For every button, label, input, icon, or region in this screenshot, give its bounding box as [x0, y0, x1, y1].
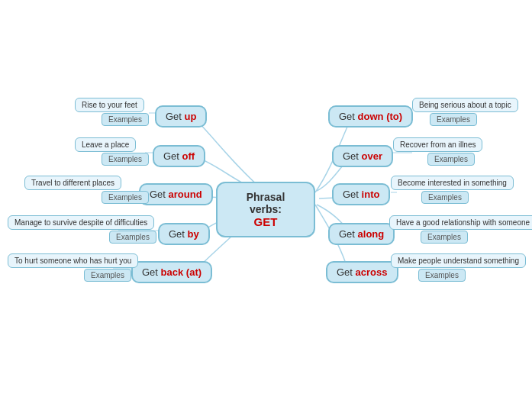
def-down: Being serious about a topic [412, 98, 518, 112]
verb-back: Get back (at) [131, 261, 212, 283]
examples-over[interactable]: Examples [427, 153, 475, 166]
examples-down[interactable]: Examples [430, 113, 477, 126]
def-into: Become interested in something [391, 176, 514, 190]
def-over: Recover from an illnes [393, 137, 482, 152]
examples-by[interactable]: Examples [109, 231, 156, 244]
def-by: Manage to survive despite of difficultie… [8, 215, 154, 230]
examples-around[interactable]: Examples [102, 191, 149, 204]
verb-off: Get off [153, 145, 205, 167]
def-around: Travel to different places [24, 176, 121, 190]
examples-into[interactable]: Examples [421, 191, 469, 204]
def-off: Leave a place [75, 137, 136, 152]
center-node: Phrasal verbs: GET [216, 182, 315, 237]
verb-across: Get across [326, 261, 398, 283]
examples-back[interactable]: Examples [84, 269, 131, 282]
verb-by: Get by [158, 223, 210, 245]
center-title: Phrasal verbs: [247, 191, 285, 215]
def-along: Have a good relationship with someone [389, 215, 532, 230]
verb-up: Get up [155, 105, 207, 127]
verb-along: Get along [328, 223, 395, 245]
examples-off[interactable]: Examples [102, 153, 149, 166]
def-back: To hurt someone who has hurt you [8, 253, 138, 268]
examples-along[interactable]: Examples [421, 231, 468, 244]
examples-across[interactable]: Examples [418, 269, 466, 282]
verb-down: Get down (to) [328, 105, 413, 127]
verb-over: Get over [332, 145, 393, 167]
examples-up[interactable]: Examples [102, 113, 149, 126]
verb-around: Get around [139, 183, 213, 205]
def-up: Rise to your feet [75, 98, 144, 112]
verb-into: Get into [332, 183, 390, 205]
def-across: Make people understand something [391, 253, 526, 268]
center-subtitle: GET [254, 215, 278, 228]
